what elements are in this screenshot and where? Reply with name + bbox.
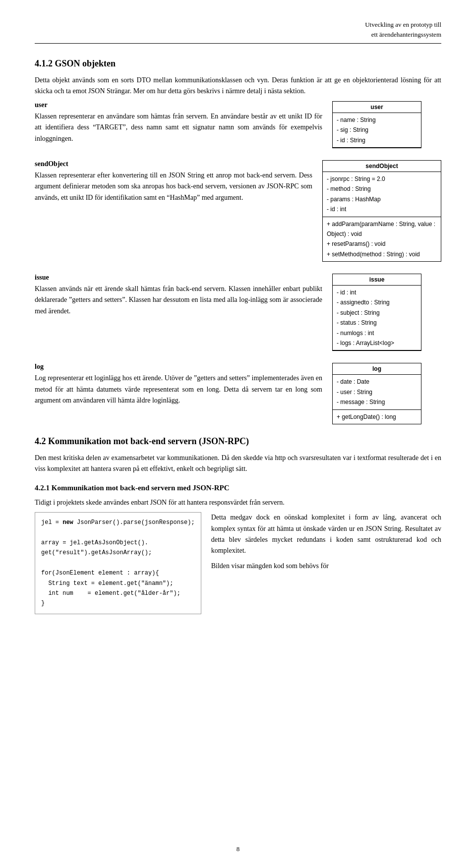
- issue-attr-4: - numlogs : int: [337, 328, 417, 338]
- sendobject-attr-3: - id : int: [327, 204, 437, 214]
- log-diagram-attrs: - date : Date - user : String - message …: [333, 375, 421, 409]
- page-number: 8: [237, 845, 240, 853]
- log-class-diagram: log - date : Date - user : String - mess…: [332, 363, 421, 424]
- sendobject-method-0: + addParam(paramName : String, value : O…: [327, 219, 437, 239]
- issue-diagram-col: issue - id : int - assignedto : String -…: [332, 274, 441, 351]
- issue-attr-3: - status : String: [337, 318, 417, 328]
- section-4-1-2-para1: Detta objekt används som en sorts DTO me…: [35, 75, 441, 97]
- section-4-2-1-para1: Tidigt i projektets skede användes enbar…: [35, 497, 441, 508]
- code-block-col: jel = new JsonParser().parse(jsonRespons…: [35, 512, 201, 614]
- sendobject-diagram-col: sendObject - jsonrpc : String = 2.0 - me…: [322, 160, 441, 262]
- issue-attr-1: - assignedto : String: [337, 297, 417, 307]
- sendobject-diagram-title: sendObject: [323, 161, 441, 172]
- log-attr-1: - user : String: [337, 387, 417, 397]
- sendobject-attr-1: - method : String: [327, 184, 437, 194]
- log-diagram-methods: + getLongDate() : long: [333, 410, 421, 424]
- user-attr-0: - name : String: [337, 115, 417, 125]
- issue-diagram-title: issue: [333, 274, 421, 286]
- page-footer: 8: [0, 845, 476, 853]
- keyword-new: new: [62, 519, 73, 526]
- sendobject-label: sendObject: [35, 160, 312, 168]
- issue-section: issue Klassen används när ett ärende ska…: [35, 274, 441, 351]
- section-4-2-1-right-text: Detta medgav dock en oönskad komplexitet…: [211, 512, 441, 576]
- sendobject-para1: Klassen representerar efter konvertering…: [35, 170, 312, 203]
- page-header: Utveckling av en prototyp till ett ärend…: [35, 20, 441, 44]
- sendobject-attr-0: - jsonrpc : String = 2.0: [327, 174, 437, 184]
- user-para: Klassen representerar en användare som h…: [35, 111, 322, 144]
- section-4-2-1-text-right: Detta medgav dock en oönskad komplexitet…: [211, 512, 441, 557]
- section-4-2-para1: Den mest kritiska delen av examensarbete…: [35, 453, 441, 475]
- sendobject-class-diagram: sendObject - jsonrpc : String = 2.0 - me…: [322, 160, 441, 262]
- section-4-2-1-content: jel = new JsonParser().parse(jsonRespons…: [35, 512, 441, 614]
- issue-attr-2: - subject : String: [337, 308, 417, 318]
- sendobject-section: sendObject Klassen representerar efter k…: [35, 160, 441, 262]
- user-text-col: user Klassen representerar en användare …: [35, 101, 322, 148]
- header-line1: Utveckling av en prototyp till: [35, 20, 441, 30]
- log-attr-0: - date : Date: [337, 377, 417, 387]
- sendobject-method-1: + resetParams() : void: [327, 239, 437, 249]
- issue-text-col: issue Klassen används när ett ärende ska…: [35, 274, 322, 321]
- user-diagram-attrs: - name : String - sig : String - id : St…: [333, 113, 421, 148]
- user-diagram-col: user - name : String - sig : String - id…: [332, 101, 441, 148]
- issue-diagram-attrs: - id : int - assignedto : String - subje…: [333, 286, 421, 350]
- log-section: log Log representerar ett loginlägg hos …: [35, 363, 441, 424]
- user-attr-2: - id : String: [337, 135, 417, 145]
- page: Utveckling av en prototyp till ett ärend…: [0, 0, 476, 868]
- code-block: jel = new JsonParser().parse(jsonRespons…: [35, 512, 201, 614]
- issue-attr-0: - id : int: [337, 288, 417, 297]
- section-4-2-1-text-right2: Bilden visar mängden kod som behövs för: [211, 561, 441, 572]
- section-4-2-heading: 4.2 Kommunikation mot back-end servern (…: [35, 436, 441, 447]
- log-label: log: [35, 363, 322, 371]
- header-line2: ett ärendehanteringssystem: [35, 30, 441, 40]
- sendobject-diagram-attrs: - jsonrpc : String = 2.0 - method : Stri…: [323, 172, 441, 217]
- user-diagram-title: user: [333, 102, 421, 113]
- issue-label: issue: [35, 274, 322, 282]
- section-4-1-2-heading: 4.1.2 GSON objekten: [35, 58, 441, 69]
- log-text-col: log Log representerar ett loginlägg hos …: [35, 363, 322, 410]
- user-label: user: [35, 101, 322, 109]
- sendobject-method-2: + setMethod(method : String) : void: [327, 249, 437, 259]
- user-attr-1: - sig : String: [337, 125, 417, 135]
- sendobject-text-col: sendObject Klassen representerar efter k…: [35, 160, 312, 207]
- sendobject-diagram-methods: + addParam(paramName : String, value : O…: [323, 217, 441, 262]
- log-diagram-col: log - date : Date - user : String - mess…: [332, 363, 441, 424]
- log-para1: Log representerar ett loginlägg hos ett …: [35, 373, 322, 406]
- user-section: user Klassen representerar en användare …: [35, 101, 441, 148]
- user-class-diagram: user - name : String - sig : String - id…: [332, 101, 421, 148]
- log-method-0: + getLongDate() : long: [337, 412, 417, 422]
- issue-class-diagram: issue - id : int - assignedto : String -…: [332, 274, 421, 351]
- section-4-2-1-heading: 4.2.1 Kommunikation mot back-end servern…: [35, 484, 441, 492]
- log-diagram-title: log: [333, 363, 421, 375]
- log-attr-2: - message : String: [337, 397, 417, 407]
- sendobject-attr-2: - params : HashMap: [327, 194, 437, 204]
- issue-attr-5: - logs : ArrayList<log>: [337, 338, 417, 348]
- issue-para1: Klassen används när ett ärende skall häm…: [35, 284, 322, 317]
